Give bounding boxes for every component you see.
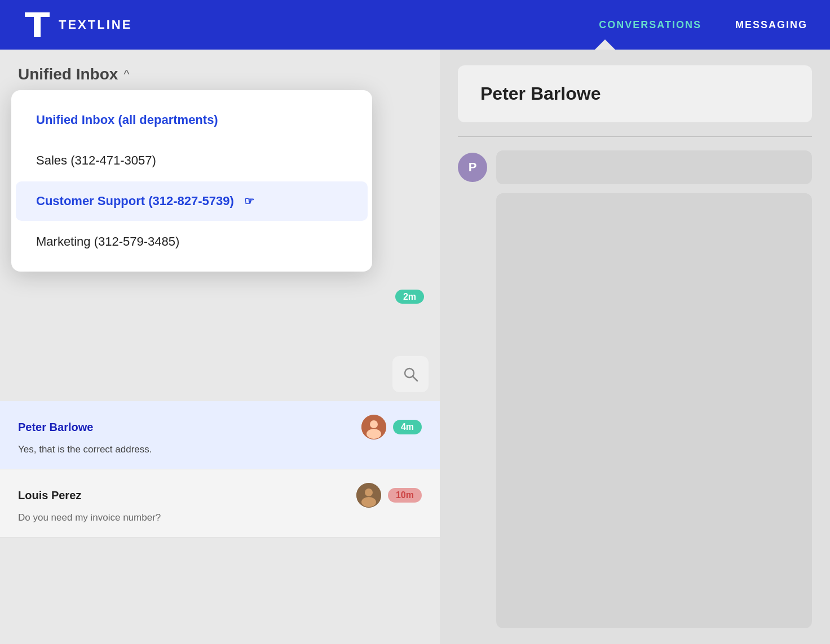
svg-point-5 [370, 420, 378, 428]
conv-meta-peter: 4m [361, 415, 422, 439]
conversation-list: Peter Barlowe 4m Yes, that is [0, 401, 440, 538]
avatar-peter [361, 415, 386, 439]
time-badge-peter: 4m [393, 420, 422, 434]
dropdown-item-support[interactable]: Customer Support (312-827-5739) ☞ [16, 181, 368, 221]
conv-name-peter: Peter Barlowe [18, 421, 93, 434]
dropdown-item-marketing[interactable]: Marketing (312-579-3485) [16, 222, 368, 261]
conv-meta-louis: 10m [356, 483, 422, 508]
svg-line-3 [413, 376, 417, 381]
svg-point-6 [367, 429, 381, 439]
inbox-chevron-icon: ^ [123, 67, 129, 82]
chat-area: P [458, 150, 812, 628]
svg-point-9 [361, 497, 376, 507]
avatar-peter-img [361, 415, 386, 439]
conv-item-louis-header: Louis Perez 10m [18, 483, 422, 508]
logo-area: TEXTLINE [23, 10, 132, 39]
conv-name-louis: Louis Perez [18, 489, 81, 502]
left-panel: Unified Inbox ^ Unified Inbox (all depar… [0, 50, 440, 644]
inbox-title: Unified Inbox [18, 65, 118, 83]
time-badge-louis: 10m [388, 488, 422, 503]
conv-item-peter-header: Peter Barlowe 4m [18, 415, 422, 439]
conv-item-peter[interactable]: Peter Barlowe 4m Yes, that is [0, 401, 440, 469]
chat-avatar-p: P [458, 153, 487, 182]
conv-preview-peter: Yes, that is the correct address. [18, 444, 422, 455]
right-panel: Peter Barlowe P [440, 50, 830, 644]
logo-text: TEXTLINE [59, 17, 132, 32]
nav-messaging[interactable]: MESSAGING [735, 19, 807, 31]
main-nav: CONVERSATIONS MESSAGING [599, 19, 807, 31]
conv-item-louis[interactable]: Louis Perez 10m Do you need my invoice n… [0, 469, 440, 538]
time-badge-area: 2m [395, 292, 424, 302]
dropdown-item-unified[interactable]: Unified Inbox (all departments) [16, 100, 368, 140]
svg-point-8 [365, 488, 373, 496]
chat-bubble-2 [496, 193, 812, 628]
chat-bubble-1 [496, 150, 812, 184]
logo-icon [23, 10, 52, 39]
avatar-louis [356, 483, 381, 508]
cursor-icon: ☞ [244, 195, 254, 207]
search-area [0, 356, 440, 392]
search-button[interactable] [392, 356, 429, 392]
dropdown-item-sales[interactable]: Sales (312-471-3057) [16, 141, 368, 180]
search-icon [403, 366, 418, 382]
time-badge-2m: 2m [395, 290, 424, 304]
inbox-dropdown: Unified Inbox (all departments) Sales (3… [11, 90, 372, 272]
app-header: TEXTLINE CONVERSATIONS MESSAGING [0, 0, 830, 50]
svg-rect-1 [34, 17, 41, 37]
contact-name: Peter Barlowe [480, 83, 601, 104]
svg-rect-0 [25, 12, 50, 17]
nav-conversations[interactable]: CONVERSATIONS [599, 19, 701, 31]
contact-card: Peter Barlowe [458, 65, 812, 122]
conv-preview-louis: Do you need my invoice number? [18, 512, 422, 523]
nav-indicator [595, 39, 615, 50]
avatar-louis-img [356, 483, 381, 508]
chat-row-1: P [458, 150, 812, 184]
main-content: Unified Inbox ^ Unified Inbox (all depar… [0, 50, 830, 644]
chat-divider [458, 136, 812, 137]
